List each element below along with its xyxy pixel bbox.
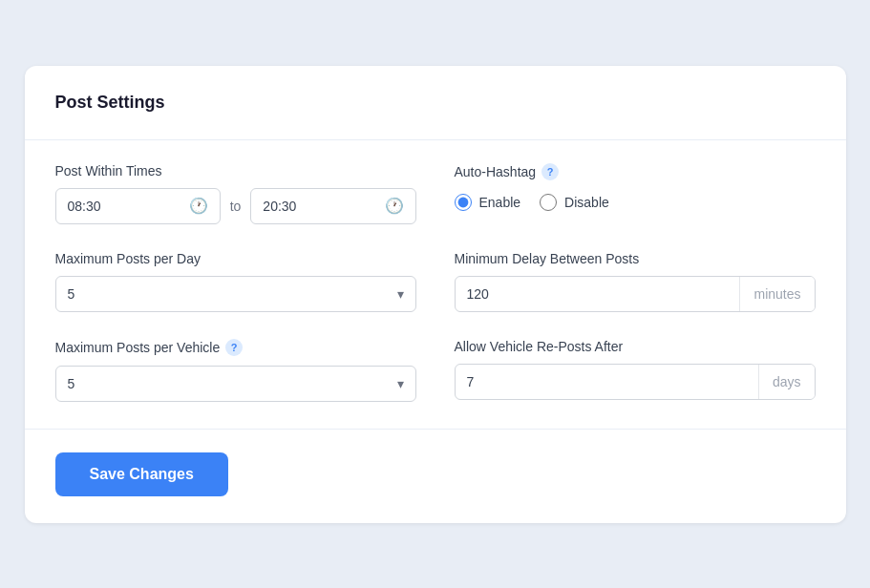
disable-radio[interactable] xyxy=(540,194,557,211)
enable-radio[interactable] xyxy=(455,194,472,211)
max-posts-per-day-label: Maximum Posts per Day xyxy=(55,251,416,266)
enable-label: Enable xyxy=(479,195,521,210)
auto-hashtag-help-badge[interactable]: ? xyxy=(541,163,559,180)
allow-reposts-input[interactable] xyxy=(456,365,758,399)
to-label: to xyxy=(230,199,242,214)
start-time-wrapper: 🕐 xyxy=(55,188,221,224)
clock-icon-start: 🕐 xyxy=(178,197,220,215)
disable-radio-label[interactable]: Disable xyxy=(540,194,609,211)
allow-reposts-suffix: days xyxy=(758,365,815,399)
max-posts-per-vehicle-select-wrapper: 1 2 3 4 5 6 7 8 9 10 ▾ xyxy=(55,366,416,402)
disable-label: Disable xyxy=(564,195,609,210)
max-posts-per-day-group: Maximum Posts per Day 1 2 3 4 5 6 7 8 9 … xyxy=(55,251,416,312)
max-posts-per-day-select-wrapper: 1 2 3 4 5 6 7 8 9 10 ▾ xyxy=(55,276,416,312)
max-posts-per-vehicle-label: Maximum Posts per Vehicle ? xyxy=(55,339,416,356)
time-range: 🕐 to 🕐 xyxy=(55,188,416,224)
min-delay-label: Minimum Delay Between Posts xyxy=(455,251,816,266)
max-posts-per-vehicle-group: Maximum Posts per Vehicle ? 1 2 3 4 5 6 … xyxy=(55,339,416,402)
auto-hashtag-radio-group: Enable Disable xyxy=(455,194,816,211)
auto-hashtag-group: Auto-Hashtag ? Enable Disable xyxy=(455,163,816,224)
clock-icon-end: 🕐 xyxy=(373,197,415,215)
footer-divider xyxy=(25,429,846,430)
max-posts-per-vehicle-help-badge[interactable]: ? xyxy=(225,339,243,356)
allow-reposts-label: Allow Vehicle Re-Posts After xyxy=(455,339,816,354)
settings-grid: Post Within Times 🕐 to 🕐 Auto-Hashtag ? xyxy=(55,163,816,402)
start-time-input[interactable] xyxy=(56,189,178,223)
max-posts-per-vehicle-select[interactable]: 1 2 3 4 5 6 7 8 9 10 xyxy=(56,367,415,401)
card-title: Post Settings xyxy=(55,93,816,113)
allow-reposts-input-wrapper: days xyxy=(455,364,816,400)
post-settings-card: Post Settings Post Within Times 🕐 to 🕐 A… xyxy=(25,66,846,523)
save-changes-button[interactable]: Save Changes xyxy=(55,452,228,496)
end-time-wrapper: 🕐 xyxy=(250,188,415,224)
end-time-input[interactable] xyxy=(251,189,372,223)
allow-reposts-group: Allow Vehicle Re-Posts After days xyxy=(455,339,816,402)
min-delay-suffix: minutes xyxy=(739,277,814,311)
enable-radio-label[interactable]: Enable xyxy=(455,194,521,211)
auto-hashtag-label: Auto-Hashtag ? xyxy=(455,163,816,180)
top-divider xyxy=(25,139,846,140)
min-delay-input[interactable] xyxy=(456,277,740,311)
min-delay-input-wrapper: minutes xyxy=(455,276,816,312)
max-posts-per-day-select[interactable]: 1 2 3 4 5 6 7 8 9 10 xyxy=(56,277,415,311)
post-within-times-label: Post Within Times xyxy=(55,163,416,178)
min-delay-group: Minimum Delay Between Posts minutes xyxy=(455,251,816,312)
post-within-times-group: Post Within Times 🕐 to 🕐 xyxy=(55,163,416,224)
